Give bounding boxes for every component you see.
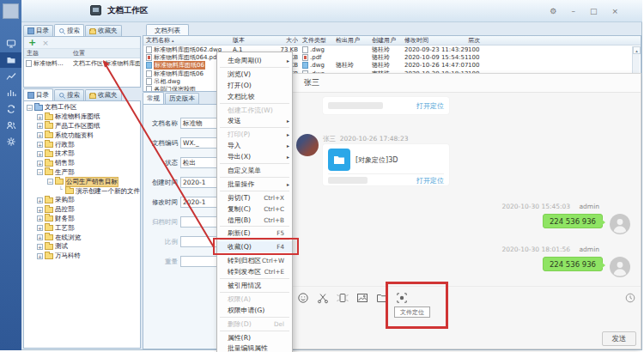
sync-icon[interactable] [0, 101, 21, 117]
tree-expander-icon[interactable]: + [37, 132, 43, 138]
tree-expander-icon[interactable]: └ [58, 188, 64, 194]
tab-favorites[interactable]: 收藏夹 [85, 25, 122, 36]
screenshot-scissors-icon[interactable] [317, 291, 329, 303]
tree-item[interactable]: + 采购部 [24, 196, 140, 205]
close-button[interactable]: × [611, 7, 618, 15]
context-menu-item[interactable]: 刷新(E) F5 [217, 228, 292, 239]
context-menu-item[interactable]: 批量操作 ▸ [217, 179, 292, 190]
tab-directory[interactable]: 目录 [23, 25, 53, 36]
context-menu-item[interactable] [220, 67, 289, 68]
tree-expander-icon[interactable]: + [37, 151, 43, 157]
tab-history[interactable]: 历史版本 [165, 93, 199, 104]
tree-item[interactable]: + 在线浏览 [24, 233, 140, 242]
tree-expander-icon[interactable]: + [37, 197, 43, 203]
context-menu-item[interactable]: 导出(X) ▸ [217, 151, 292, 162]
window-shake-icon[interactable] [337, 291, 349, 303]
tree-item[interactable]: + 技术部 [24, 149, 140, 159]
tree-expander-icon[interactable]: + [37, 225, 43, 231]
context-menu-item[interactable]: 删除(D) Del [217, 319, 292, 330]
tree-expander-icon[interactable]: + [37, 142, 43, 148]
history-clock-icon[interactable] [625, 290, 635, 300]
file-folder-icon[interactable] [376, 291, 388, 303]
settings-button[interactable]: ⚙ [550, 7, 556, 15]
context-menu-item[interactable] [220, 177, 289, 178]
send-button[interactable]: 发送 [602, 331, 636, 346]
maximize-button[interactable]: □ [590, 7, 598, 15]
context-menu-item[interactable] [220, 278, 289, 279]
tree-item[interactable]: − 文档工作区 [24, 103, 140, 112]
tree-item[interactable]: + 系统功能资料 [24, 130, 140, 140]
tree-expander-icon[interactable]: − [27, 105, 33, 111]
tree-expander-icon[interactable]: + [37, 114, 43, 120]
image-icon[interactable] [356, 291, 368, 303]
tree-expander-icon[interactable]: − [37, 169, 43, 175]
context-menu-item[interactable] [220, 240, 289, 240]
message-bubble[interactable]: 224 536 936 [543, 214, 603, 228]
delete-button[interactable]: × [42, 39, 49, 47]
context-menu-item[interactable]: 被引用情况 [217, 280, 292, 291]
tree-item[interactable]: + 标准物料库图纸 [24, 112, 140, 122]
tab-search[interactable]: 搜索 [54, 24, 84, 36]
context-menu-item[interactable] [220, 191, 289, 191]
contacts-icon[interactable] [0, 118, 21, 133]
bar-chart-icon[interactable] [0, 85, 21, 100]
context-menu-item[interactable] [220, 226, 289, 227]
trend-chart-icon[interactable] [0, 69, 21, 84]
context-menu-item[interactable] [220, 253, 289, 254]
open-location-link[interactable]: 打开定位 [416, 176, 444, 185]
settings-gear-icon[interactable] [0, 134, 21, 149]
tab-document-list[interactable]: 文档列表 [146, 24, 189, 36]
context-menu-item[interactable]: 打印(P) ▸ [217, 129, 292, 140]
context-menu-item[interactable]: 文档比较 [217, 91, 292, 102]
context-menu-item[interactable]: 发送 ▸ [217, 115, 292, 126]
scroll-up-icon[interactable]: ▴ [633, 46, 641, 54]
context-menu-item[interactable]: 自定义菜单 [217, 165, 292, 176]
tree-item[interactable]: + 工艺部 [24, 223, 140, 233]
context-menu-item[interactable]: 权限(A) [217, 294, 292, 305]
tab-general[interactable]: 常规 [143, 92, 164, 104]
context-menu-item[interactable]: 浏览(V) [217, 69, 292, 80]
open-location-link[interactable]: 打开定位 [416, 101, 444, 111]
emoji-icon[interactable] [297, 291, 309, 303]
context-menu-item[interactable]: 导入 ▸ [217, 140, 292, 151]
context-menu-item[interactable]: 属性(R) [217, 332, 292, 343]
search-result-row[interactable]: 标准物料... 文档工作区\标准物料库图 [24, 58, 140, 69]
context-menu-item[interactable] [220, 331, 289, 331]
context-menu-item[interactable] [220, 292, 289, 293]
tree-expander-icon[interactable]: + [37, 253, 43, 259]
minimize-button[interactable]: – [571, 7, 575, 15]
context-menu-item[interactable]: 收藏(Q) F4 [217, 241, 292, 252]
tree-item[interactable]: + 测试 [24, 242, 140, 252]
context-menu-item[interactable]: 剪切(T) Ctrl+X [217, 192, 292, 203]
user-avatar[interactable] [3, 3, 19, 19]
context-menu-item[interactable]: 打开(O) [217, 80, 292, 91]
context-menu-item[interactable]: 复制(C) Ctrl+C [217, 203, 292, 215]
context-menu-item[interactable]: 批量编辑属性 [217, 343, 292, 352]
tree-expander-icon[interactable]: + [37, 234, 43, 240]
file-message-card[interactable]: [对象定位]3D 打开定位 [323, 144, 449, 185]
context-menu-item[interactable] [220, 103, 289, 104]
documents-icon[interactable] [0, 52, 21, 68]
tree-item[interactable]: └ 演示创建一个新的文件夹 [24, 186, 140, 196]
tree-item[interactable]: − 公司生产销售目标 [24, 177, 140, 186]
monitor-icon[interactable] [0, 36, 21, 52]
context-menu-item[interactable] [220, 163, 289, 164]
tree-item[interactable]: + 产品工作区图纸 [24, 122, 140, 131]
tree-item[interactable]: + 行政部 [24, 140, 140, 149]
context-menu-item[interactable]: 借用(B) Ctrl+B [217, 215, 292, 226]
tree-item[interactable]: + 销售部 [24, 159, 140, 168]
tab-search[interactable]: 搜索 [54, 89, 84, 100]
add-button[interactable]: + [28, 39, 36, 47]
tree-expander-icon[interactable]: + [37, 161, 43, 167]
tab-directory[interactable]: 目录 [23, 88, 53, 100]
tree-expander-icon[interactable]: + [37, 207, 43, 213]
sort-asc-icon[interactable]: ▴ [172, 38, 174, 43]
message-bubble[interactable]: 224 536 936 [543, 257, 603, 271]
context-menu-item[interactable]: 转到发布区 Ctrl+E [217, 266, 292, 277]
tab-favorites[interactable]: 收藏夹 [85, 89, 122, 100]
context-menu-item[interactable]: 生命周期(I) ▸ [217, 55, 292, 66]
tree-item[interactable]: + 品控部 [24, 205, 140, 215]
context-menu-item[interactable]: 创建工作流(W) [217, 105, 292, 116]
context-menu-item[interactable] [220, 127, 289, 128]
tree-expander-icon[interactable]: + [37, 123, 43, 129]
